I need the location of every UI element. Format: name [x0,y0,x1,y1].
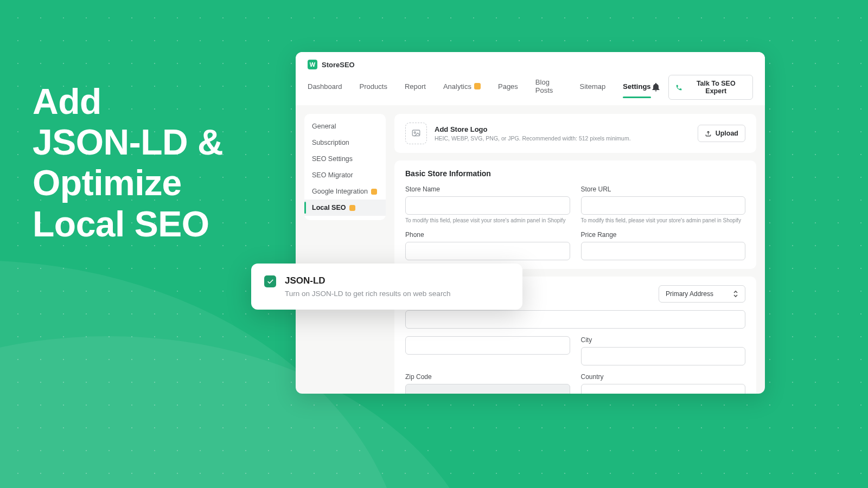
headline-line2: JSON-LD & [33,122,223,163]
price-range-input[interactable] [581,242,746,260]
field-label: Price Range [581,231,746,239]
json-ld-subtitle: Turn on JSON-LD to get rich results on w… [285,290,451,298]
field-help: To modify this field, please visit your … [405,217,570,223]
field-city: City [581,336,746,365]
tab-label: Sitemap [580,82,606,91]
sidebar-item-google-integration[interactable]: Google Integration [304,183,386,200]
upload-icon [705,130,712,137]
field-store-url: Store URL To modify this field, please v… [581,185,746,223]
brand: W StoreSEO [308,60,753,69]
basic-info-card: Basic Store Information Store Name To mo… [394,160,756,269]
country-input[interactable] [581,384,746,394]
field-label: Country [581,373,746,381]
json-ld-toggle-card: JSON-LD Turn on JSON-LD to get rich resu… [251,264,522,310]
select-value: Primary Address [666,290,713,298]
app-window: W StoreSEO Dashboard Products Report Ana… [296,52,765,394]
tab-report[interactable]: Report [405,82,426,98]
tab-analytics[interactable]: Analytics [443,82,481,98]
tab-label: Dashboard [308,82,342,91]
brand-logo-icon: W [308,60,317,69]
tab-pages[interactable]: Pages [498,82,518,98]
field-state [405,336,570,365]
field-price-range: Price Range [581,231,746,260]
sidebar-item-label: Local SEO [312,204,346,211]
store-logo-card: Add Store Logo HEIC, WEBP, SVG, PNG, or … [394,114,756,153]
store-name-input[interactable] [405,196,570,215]
json-ld-checkbox[interactable] [264,275,276,287]
sidebar-item-seo-settings[interactable]: SEO Settings [304,151,386,167]
topbar: Dashboard Products Report Analytics Page… [308,75,753,105]
tab-label: Blog Posts [535,78,563,94]
tab-settings[interactable]: Settings [623,82,650,98]
headline-line4: Local SEO [33,204,223,245]
field-label: Zip Code [405,373,570,381]
main-tabs: Dashboard Products Report Analytics Page… [308,78,651,102]
sidebar-item-label: Google Integration [312,188,368,195]
app-body: General Subscription SEO Settings SEO Mi… [296,105,765,394]
state-input[interactable] [405,336,570,355]
new-badge-icon [371,189,377,195]
tab-label: Report [405,82,426,91]
field-label: Phone [405,231,570,239]
upload-button[interactable]: Upload [698,125,745,142]
tab-label: Pages [498,82,518,91]
logo-dropzone[interactable] [405,123,427,144]
tab-dashboard[interactable]: Dashboard [308,82,342,98]
tab-blog-posts[interactable]: Blog Posts [535,78,563,102]
section-title: Basic Store Information [405,169,745,178]
new-badge-icon [349,205,355,211]
field-country: Country [581,373,746,394]
store-url-input[interactable] [581,196,746,215]
logo-card-subtitle: HEIC, WEBP, SVG, PNG, or JPG. Recommende… [435,135,631,142]
button-label: Upload [716,130,738,137]
sidebar-item-label: General [312,123,336,130]
address-selector[interactable]: Primary Address [659,285,745,303]
notifications-icon[interactable] [651,82,661,92]
headline-line3: Optimize [33,163,223,203]
json-ld-title: JSON-LD [285,275,451,286]
phone-icon [675,84,682,91]
brand-name: StoreSEO [322,61,355,69]
tab-sitemap[interactable]: Sitemap [580,82,606,98]
app-header: W StoreSEO Dashboard Products Report Ana… [296,52,765,105]
sidebar-item-label: SEO Settings [312,155,353,163]
field-zip: Zip Code [405,373,570,394]
sidebar-item-seo-migrator[interactable]: SEO Migrator [304,167,386,183]
phone-input[interactable] [405,242,570,260]
button-label: Talk To SEO Expert [686,80,746,95]
tab-label: Products [360,82,387,91]
sidebar-item-label: SEO Migrator [312,171,353,179]
sidebar-item-label: Subscription [312,139,349,146]
marketing-headline: Add JSON-LD & Optimize Local SEO [33,81,223,245]
field-store-name: Store Name To modify this field, please … [405,185,570,223]
sidebar-item-general[interactable]: General [304,118,386,134]
tab-label: Analytics [443,82,471,91]
tab-products[interactable]: Products [360,82,387,98]
new-badge-icon [474,83,481,89]
tab-label: Settings [623,82,650,91]
top-actions: Talk To SEO Expert [651,75,753,105]
headline-line1: Add [33,81,223,122]
logo-card-title: Add Store Logo [435,125,631,133]
field-label: City [581,336,746,344]
field-label: Store Name [405,185,570,193]
field-help: To modify this field, please visit your … [581,217,746,223]
updown-icon [733,290,738,298]
zip-input[interactable] [405,384,570,394]
svg-point-1 [414,132,416,133]
field-phone: Phone [405,231,570,260]
field-street [405,310,745,329]
sidebar-item-subscription[interactable]: Subscription [304,134,386,151]
main-content: Add Store Logo HEIC, WEBP, SVG, PNG, or … [394,114,756,394]
sidebar-item-local-seo[interactable]: Local SEO [304,200,386,216]
street-input[interactable] [405,310,745,329]
settings-sidebar: General Subscription SEO Settings SEO Mi… [304,114,386,220]
field-label: Store URL [581,185,746,193]
city-input[interactable] [581,347,746,365]
talk-to-expert-button[interactable]: Talk To SEO Expert [668,75,753,100]
